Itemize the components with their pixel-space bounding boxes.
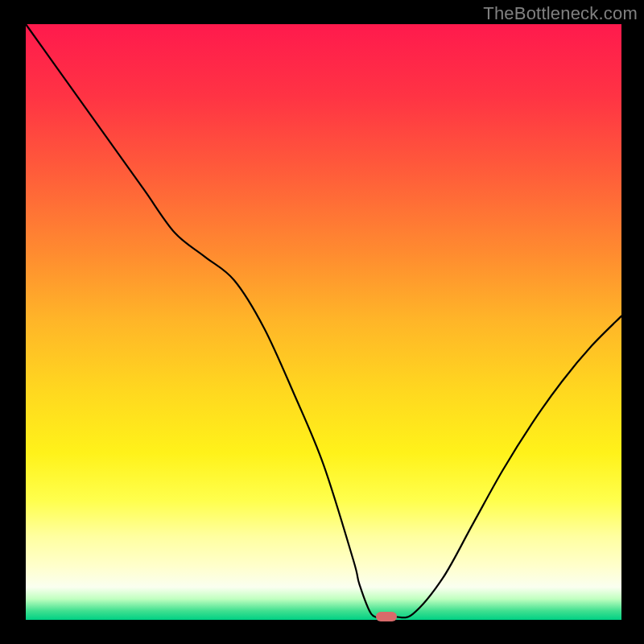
optimal-marker xyxy=(376,612,397,621)
bottleneck-curve xyxy=(26,24,621,620)
plot-area xyxy=(26,24,621,620)
chart-frame: TheBottleneck.com xyxy=(0,0,644,644)
watermark-text: TheBottleneck.com xyxy=(483,3,638,24)
